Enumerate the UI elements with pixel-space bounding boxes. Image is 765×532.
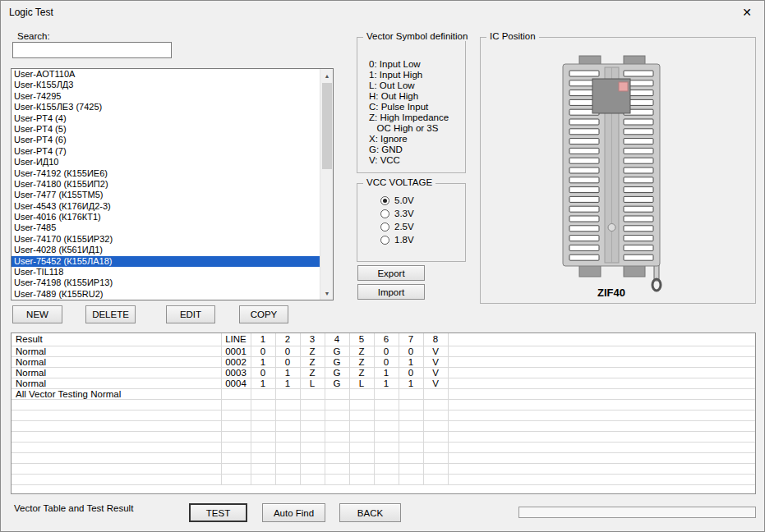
- list-item[interactable]: User-PT4 (4): [12, 113, 320, 124]
- table-row[interactable]: [12, 399, 755, 410]
- column-header: 2: [275, 333, 300, 346]
- list-item[interactable]: User-7477 (К155ТМ5): [12, 190, 320, 200]
- radio-icon[interactable]: [380, 209, 389, 218]
- table-row[interactable]: [12, 463, 755, 474]
- table-row[interactable]: [12, 474, 755, 484]
- list-item[interactable]: User-7489 (К155RU2): [12, 289, 320, 300]
- copy-button[interactable]: COPY: [239, 305, 288, 323]
- vcc-option-5.0V[interactable]: 5.0V: [380, 194, 414, 207]
- progress-bar: [518, 507, 756, 518]
- list-item[interactable]: User-4016 (К176КТ1): [12, 212, 320, 222]
- symbol-definition-line: C: Pulse Input: [369, 102, 462, 112]
- table-row[interactable]: Normal000210ZGZ01V: [12, 356, 755, 367]
- radio-icon[interactable]: [380, 196, 389, 205]
- import-button[interactable]: Import: [357, 284, 425, 300]
- ic-position-group: IC Position ZIF40: [480, 37, 756, 304]
- vector-symbol-group: Vector Symbol definition 0: Input Low1: …: [357, 37, 466, 173]
- list-item[interactable]: User-74170 (К155ИР32): [12, 234, 320, 245]
- table-row[interactable]: [12, 431, 755, 442]
- window-title: Logic Test: [9, 7, 53, 18]
- new-button[interactable]: NEW: [12, 305, 62, 323]
- radio-icon[interactable]: [380, 222, 389, 232]
- edit-button[interactable]: EDIT: [166, 305, 215, 323]
- close-button[interactable]: ✕: [738, 4, 756, 21]
- test-button[interactable]: TEST: [189, 503, 247, 522]
- list-item[interactable]: User-PT4 (5): [12, 124, 320, 135]
- symbol-definition-line: OC High or 3S: [369, 123, 462, 134]
- column-header: 7: [399, 333, 423, 346]
- scrollbar-down-icon[interactable]: ▼: [320, 287, 334, 300]
- table-row[interactable]: All Vector Testing Normal: [12, 388, 755, 399]
- vcc-voltage-group-title: VCC VOLTAGE: [363, 177, 435, 187]
- socket-label: ZIF40: [563, 287, 660, 299]
- symbol-definition-line: 0: Input Low: [369, 59, 462, 70]
- column-header: 3: [300, 333, 325, 346]
- radio-label: 5.0V: [394, 195, 414, 205]
- device-list: User-AOT110AUser-К155ЛД3User-74295User-К…: [12, 69, 320, 300]
- symbol-definition-line: G: GND: [369, 144, 462, 155]
- list-item[interactable]: User-74198 (К155ИР13): [12, 277, 320, 288]
- list-item[interactable]: User-75452 (К155ЛА18): [12, 256, 320, 267]
- symbol-definition-line: L: Out Low: [369, 80, 462, 91]
- list-item[interactable]: User-AOT110A: [12, 69, 320, 80]
- scrollbar-thumb[interactable]: [322, 83, 332, 169]
- table-row[interactable]: Normal000100ZGZ00V: [12, 346, 755, 356]
- vcc-option-1.8V[interactable]: 1.8V: [380, 233, 414, 246]
- list-item[interactable]: User-74180 (К155ИП2): [12, 179, 320, 190]
- table-body: Normal000100ZGZ00VNormal000210ZGZ01VNorm…: [12, 346, 755, 484]
- vcc-voltage-group: VCC VOLTAGE 5.0V3.3V2.5V1.8V: [357, 183, 466, 262]
- delete-button[interactable]: DELETE: [85, 305, 136, 323]
- column-header: 4: [325, 333, 349, 346]
- list-item[interactable]: User-4543 (К176ИД2-3): [12, 201, 320, 212]
- vcc-options: 5.0V3.3V2.5V1.8V: [380, 194, 414, 246]
- symbol-definition-line: Z: High Impedance: [369, 112, 462, 123]
- list-item[interactable]: User-К155ЛЕ3 (7425): [12, 102, 320, 112]
- symbol-definition-line: X: Ignore: [369, 134, 462, 144]
- symbol-definition-line: H: Out High: [369, 91, 462, 102]
- table-row[interactable]: Normal000301ZGZ10V: [12, 367, 755, 378]
- list-item[interactable]: User-TIL118: [12, 267, 320, 277]
- table-row[interactable]: [12, 452, 755, 463]
- table-row[interactable]: [12, 410, 755, 420]
- symbol-definition-line: V: VCC: [369, 155, 462, 166]
- table-row[interactable]: [12, 420, 755, 431]
- vcc-option-2.5V[interactable]: 2.5V: [380, 220, 414, 233]
- radio-label: 2.5V: [394, 222, 414, 232]
- list-item[interactable]: User-К155ЛД3: [12, 80, 320, 90]
- vector-symbol-group-title: Vector Symbol definition: [363, 31, 471, 41]
- vcc-option-3.3V[interactable]: 3.3V: [380, 207, 414, 220]
- result-table-wrap: ResultLINE12345678 Normal000100ZGZ00VNor…: [11, 332, 756, 494]
- list-item[interactable]: User-PT4 (7): [12, 146, 320, 157]
- column-header: 1: [251, 333, 275, 346]
- symbol-definition-line: 1: Input High: [369, 70, 462, 80]
- table-header-row: ResultLINE12345678: [12, 333, 755, 346]
- radio-label: 3.3V: [394, 209, 414, 218]
- search-input[interactable]: [12, 42, 172, 58]
- status-text: Vector Table and Test Result: [14, 503, 133, 513]
- device-list-box: User-AOT110AUser-К155ЛД3User-74295User-К…: [11, 68, 334, 300]
- column-header: LINE: [221, 333, 251, 346]
- table-row[interactable]: [12, 442, 755, 452]
- list-item[interactable]: User-74192 (К155ИЕ6): [12, 168, 320, 179]
- search-label: Search:: [17, 31, 50, 41]
- table-row[interactable]: Normal000411LGL11V: [12, 378, 755, 388]
- list-scrollbar[interactable]: ▲ ▼: [320, 69, 333, 300]
- zif-socket-graphic: [481, 38, 757, 305]
- column-header: 5: [349, 333, 374, 346]
- radio-icon[interactable]: [380, 236, 389, 245]
- list-item[interactable]: User-4028 (К561ИД1): [12, 245, 320, 255]
- list-item[interactable]: User-PT4 (6): [12, 135, 320, 145]
- export-button[interactable]: Export: [357, 265, 425, 281]
- list-item[interactable]: User-ИД10: [12, 157, 320, 167]
- result-table: ResultLINE12345678 Normal000100ZGZ00VNor…: [12, 333, 755, 485]
- scrollbar-up-icon[interactable]: ▲: [320, 69, 334, 82]
- radio-label: 1.8V: [394, 235, 414, 245]
- column-header-filler: [448, 333, 755, 346]
- list-item[interactable]: User-74295: [12, 91, 320, 102]
- logic-test-window: Logic Test ✕ Search: User-AOT110AUser-К1…: [0, 0, 765, 532]
- back-button[interactable]: BACK: [339, 503, 401, 522]
- auto-find-button[interactable]: Auto Find: [262, 503, 325, 522]
- column-header: 6: [374, 333, 399, 346]
- list-item[interactable]: User-7485: [12, 222, 320, 233]
- vector-symbol-lines: 0: Input Low1: Input HighL: Out LowH: Ou…: [369, 59, 462, 166]
